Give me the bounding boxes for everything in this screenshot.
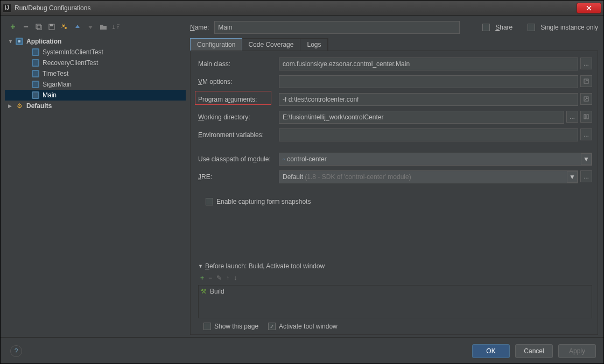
bl-up-button[interactable]: ↑ bbox=[226, 274, 229, 282]
tree-item-label: RecoveryClientTest bbox=[43, 59, 98, 67]
config-toolbar: + − bbox=[5, 20, 186, 36]
dialog-buttons: ? OK Cancel Apply bbox=[1, 337, 603, 364]
share-label: SSharehare bbox=[495, 24, 512, 31]
tab-logs[interactable]: Logs bbox=[300, 39, 328, 51]
bl-remove-button[interactable]: − bbox=[208, 274, 212, 282]
configurations-panel: + − ▼ Application SystemInfoClientTest R… bbox=[2, 17, 186, 336]
before-launch-header[interactable]: ▼ Before launch: Build, Activate tool wi… bbox=[198, 262, 592, 270]
tab-bar: Configuration Code Coverage Logs bbox=[190, 38, 328, 51]
svg-point-5 bbox=[65, 27, 67, 29]
browse-dir-button[interactable]: … bbox=[566, 111, 578, 123]
activate-window-checkbox[interactable] bbox=[268, 323, 276, 330]
ok-button[interactable]: OK bbox=[472, 344, 510, 358]
bl-edit-button[interactable]: ✎ bbox=[216, 274, 222, 282]
edit-defaults-button[interactable] bbox=[60, 22, 69, 32]
bl-down-button[interactable]: ↓ bbox=[234, 274, 237, 282]
copy-config-button[interactable] bbox=[34, 22, 44, 32]
browse-jre-button[interactable]: … bbox=[580, 170, 592, 182]
macro-dir-button[interactable] bbox=[580, 111, 592, 123]
intellij-icon: IJ bbox=[3, 4, 11, 12]
tab-configuration[interactable]: Configuration bbox=[190, 38, 242, 51]
tree-item-label: Main bbox=[43, 91, 57, 99]
expand-vm-button[interactable] bbox=[580, 75, 592, 87]
tree-node-application[interactable]: ▼ Application bbox=[5, 36, 186, 47]
module-label: Use classpath of module: bbox=[198, 155, 279, 163]
tab-content: Main class: … VM options: Program argume… bbox=[190, 51, 598, 335]
working-dir-label: Working directory: bbox=[198, 113, 279, 121]
svg-rect-12 bbox=[33, 92, 38, 98]
chevron-down-icon: ▼ bbox=[567, 171, 578, 183]
application-icon bbox=[32, 81, 39, 88]
bl-add-button[interactable]: + bbox=[200, 274, 204, 282]
remove-config-button[interactable]: − bbox=[21, 22, 31, 32]
vm-options-input[interactable] bbox=[279, 75, 578, 88]
sort-button[interactable] bbox=[111, 22, 121, 32]
env-vars-label: Environment variables: bbox=[198, 131, 279, 139]
apply-button[interactable]: Apply bbox=[558, 344, 596, 358]
tree-node-defaults[interactable]: ▶ ⚙ Defaults bbox=[5, 101, 186, 111]
snapshots-checkbox[interactable] bbox=[206, 198, 213, 205]
move-down-button[interactable] bbox=[86, 22, 95, 32]
show-page-checkbox[interactable] bbox=[203, 323, 211, 330]
tree-item[interactable]: RecoveryClientTest bbox=[5, 58, 186, 68]
application-icon bbox=[16, 38, 23, 45]
svg-rect-16 bbox=[587, 115, 588, 119]
name-label: Name: bbox=[190, 24, 209, 31]
save-config-button[interactable] bbox=[47, 22, 57, 32]
hammer-icon: ⚒ bbox=[201, 288, 207, 295]
expand-args-button[interactable] bbox=[580, 93, 592, 105]
snapshots-label: Enable capturing form snapshots bbox=[216, 198, 311, 205]
browse-class-button[interactable]: … bbox=[580, 58, 592, 69]
window-title: Run/Debug Configurations bbox=[15, 4, 577, 12]
svg-point-4 bbox=[62, 25, 65, 27]
working-dir-input[interactable] bbox=[279, 111, 564, 124]
edit-env-button[interactable]: … bbox=[580, 129, 592, 140]
add-config-button[interactable]: + bbox=[8, 22, 18, 32]
vm-options-label: VM options: bbox=[198, 78, 279, 85]
move-up-button[interactable] bbox=[73, 22, 82, 32]
svg-rect-6 bbox=[17, 39, 22, 44]
folder-button[interactable] bbox=[99, 22, 108, 32]
tree-item-selected[interactable]: Main bbox=[5, 90, 186, 101]
bl-item-build[interactable]: ⚒ Build bbox=[201, 288, 589, 295]
svg-rect-7 bbox=[18, 40, 20, 42]
svg-rect-11 bbox=[33, 82, 38, 87]
env-vars-input[interactable] bbox=[279, 129, 578, 141]
single-instance-label: Single instance only bbox=[540, 24, 598, 31]
tree-item[interactable]: SigarMain bbox=[5, 79, 186, 90]
svg-rect-3 bbox=[50, 24, 53, 26]
svg-rect-14 bbox=[584, 97, 588, 101]
tree-item[interactable]: TimeTest bbox=[5, 68, 186, 79]
single-instance-checkbox[interactable] bbox=[528, 24, 535, 31]
close-button[interactable] bbox=[577, 3, 601, 13]
help-button[interactable]: ? bbox=[10, 345, 22, 357]
application-icon bbox=[32, 48, 39, 56]
svg-rect-13 bbox=[584, 79, 588, 83]
svg-rect-9 bbox=[33, 60, 38, 66]
svg-rect-0 bbox=[36, 24, 40, 28]
gear-icon: ⚙ bbox=[16, 102, 23, 110]
tab-code-coverage[interactable]: Code Coverage bbox=[242, 39, 300, 51]
tree-item[interactable]: SystemInfoClientTest bbox=[5, 47, 186, 58]
before-launch-list[interactable]: ⚒ Build bbox=[198, 285, 592, 318]
jre-label: JRE: bbox=[198, 173, 279, 181]
tree-label: Application bbox=[26, 38, 61, 45]
application-icon bbox=[32, 59, 39, 67]
jre-dropdown[interactable]: Default (1.8 - SDK of 'control-center' m… bbox=[279, 170, 578, 183]
share-checkbox[interactable] bbox=[482, 24, 490, 31]
main-class-input[interactable] bbox=[279, 58, 578, 70]
cancel-button[interactable]: Cancel bbox=[515, 344, 553, 358]
show-page-label: Show this page bbox=[214, 323, 258, 330]
program-args-input[interactable] bbox=[279, 93, 578, 106]
svg-rect-15 bbox=[584, 115, 586, 119]
program-args-label: Program arguments: bbox=[198, 96, 279, 103]
module-dropdown[interactable]: ▫control-center ▼ bbox=[279, 153, 592, 166]
name-input[interactable] bbox=[214, 21, 460, 34]
config-tree[interactable]: ▼ Application SystemInfoClientTest Recov… bbox=[5, 36, 186, 333]
svg-rect-1 bbox=[37, 25, 41, 30]
application-icon bbox=[32, 70, 39, 77]
config-editor-panel: Name: SSharehare Single instance only Co… bbox=[186, 17, 602, 336]
main-class-label: Main class: bbox=[198, 60, 279, 68]
chevron-down-icon: ▼ bbox=[581, 153, 592, 165]
tree-item-label: SystemInfoClientTest bbox=[43, 48, 103, 56]
